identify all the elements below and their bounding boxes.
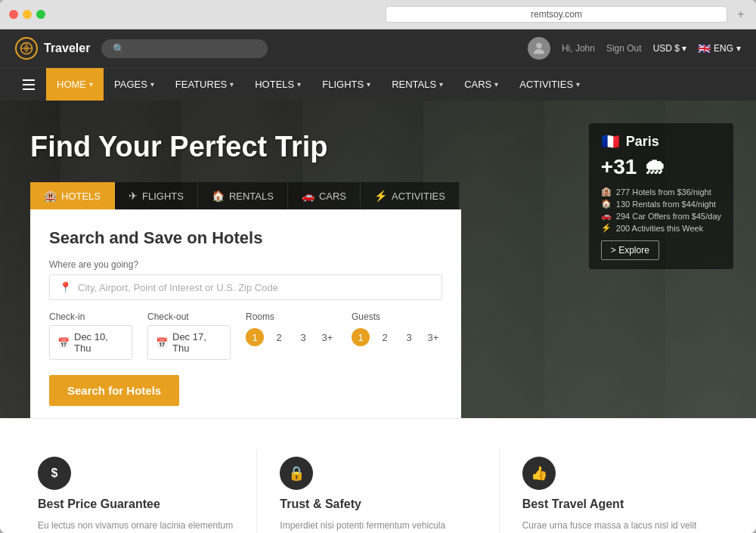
rooms-label: Rooms bbox=[246, 311, 336, 322]
rooms-btn-1[interactable]: 1 bbox=[246, 328, 264, 346]
nav-item-rentals[interactable]: RENTALS ▾ bbox=[381, 68, 454, 101]
new-tab-button[interactable]: + bbox=[735, 8, 747, 20]
tab-hotels[interactable]: 🏨 HOTELS bbox=[30, 182, 115, 209]
checkin-input[interactable]: 📅 Dec 10, Thu bbox=[49, 325, 132, 360]
nav-item-pages[interactable]: PAGES ▾ bbox=[104, 68, 165, 101]
calendar-icon: 📅 bbox=[57, 337, 70, 349]
tab-cars[interactable]: 🚗 CARS bbox=[288, 182, 361, 209]
dollar-icon: $ bbox=[51, 466, 58, 480]
activity-tab-icon: ⚡ bbox=[374, 190, 387, 202]
address-bar[interactable]: remtsoy.com bbox=[386, 6, 727, 23]
chevron-down-icon: ▾ bbox=[494, 80, 498, 88]
checkin-label: Check-in bbox=[49, 311, 132, 322]
checkin-group: Check-in 📅 Dec 10, Thu bbox=[49, 311, 132, 360]
rental-tab-icon: 🏠 bbox=[212, 190, 225, 202]
fullscreen-dot[interactable] bbox=[36, 10, 45, 19]
location-icon: 📍 bbox=[59, 281, 72, 293]
where-input-wrap[interactable]: 📍 bbox=[49, 274, 442, 300]
chevron-down-icon: ▾ bbox=[297, 80, 301, 88]
weather-temperature: +31 🌧 bbox=[601, 154, 721, 179]
rooms-btn-3plus[interactable]: 3+ bbox=[318, 328, 336, 346]
main-nav: HOME ▾ PAGES ▾ FEATURES ▾ HOTELS ▾ FLIGH… bbox=[0, 67, 756, 101]
nav-label-rentals: RENTALS bbox=[392, 79, 436, 90]
currency-selector[interactable]: USD $ ▾ bbox=[653, 43, 686, 54]
weather-widget: 🇫🇷 Paris +31 🌧 🏨 277 Hotels from $36/nig… bbox=[589, 123, 733, 269]
temp-value: +31 bbox=[601, 155, 637, 179]
thumbsup-icon: 👍 bbox=[531, 465, 547, 482]
stat-hotels-text: 277 Hotels from $36/night bbox=[616, 187, 711, 197]
explore-button[interactable]: > Explore bbox=[601, 240, 659, 260]
car-tab-icon: 🚗 bbox=[302, 190, 314, 202]
feature-trust: 🔒 Trust & Safety Imperdiet nisi potenti … bbox=[257, 449, 499, 533]
page-content: Traveler 🔍 Hi, John Sign Out USD $ ▾ bbox=[0, 29, 756, 533]
checkout-input[interactable]: 📅 Dec 17, Thu bbox=[147, 325, 231, 360]
tab-flights[interactable]: ✈ FLIGHTS bbox=[115, 182, 198, 209]
home-icon: 🏠 bbox=[601, 199, 612, 209]
lock-icon: 🔒 bbox=[288, 465, 305, 482]
hotel-icon: 🏨 bbox=[601, 187, 612, 197]
nav-item-home[interactable]: HOME ▾ bbox=[46, 68, 104, 101]
tab-activities-label: ACTIVITIES bbox=[392, 191, 445, 202]
rooms-btn-2[interactable]: 2 bbox=[270, 328, 288, 346]
nav-label-features: FEATURES bbox=[175, 79, 227, 90]
nav-label-activities: ACTIVITIES bbox=[519, 79, 573, 90]
hamburger-icon bbox=[23, 79, 35, 90]
nav-item-features[interactable]: FEATURES ▾ bbox=[165, 68, 244, 101]
weather-city: 🇫🇷 Paris bbox=[601, 132, 721, 150]
tab-rentals[interactable]: 🏠 RENTALS bbox=[198, 182, 288, 209]
nav-label-cars: CARS bbox=[464, 79, 491, 90]
chevron-down-icon: ▾ bbox=[230, 80, 234, 88]
lang-arrow: ▾ bbox=[736, 43, 741, 54]
tab-rentals-label: RENTALS bbox=[229, 191, 274, 202]
search-box: Search and Save on Hotels Where are you … bbox=[30, 209, 461, 418]
stat-rentals-text: 130 Rentals from $44/night bbox=[616, 200, 716, 209]
user-info: Hi, John bbox=[562, 43, 595, 54]
chevron-down-icon: ▾ bbox=[89, 80, 93, 88]
browser-dots bbox=[9, 10, 45, 19]
where-input[interactable] bbox=[78, 282, 432, 293]
stat-cars-text: 294 Car Offers from $45/day bbox=[616, 212, 721, 221]
sign-out-link[interactable]: Sign Out bbox=[606, 43, 642, 54]
nav-item-flights[interactable]: FLIGHTS ▾ bbox=[311, 68, 381, 101]
minimize-dot[interactable] bbox=[23, 10, 32, 19]
user-avatar bbox=[528, 37, 550, 60]
car-icon: 🚗 bbox=[601, 211, 612, 221]
nav-item-hotels[interactable]: HOTELS ▾ bbox=[244, 68, 311, 101]
nav-item-activities[interactable]: ACTIVITIES ▾ bbox=[509, 68, 590, 101]
tab-activities[interactable]: ⚡ ACTIVITIES bbox=[361, 182, 460, 209]
checkout-label: Check-out bbox=[147, 311, 231, 322]
nav-label-flights: FLIGHTS bbox=[322, 79, 364, 90]
hamburger-menu[interactable] bbox=[15, 68, 42, 101]
search-box-title: Search and Save on Hotels bbox=[49, 228, 442, 248]
chevron-down-icon: ▾ bbox=[150, 80, 154, 88]
tab-cars-label: CARS bbox=[319, 191, 346, 202]
language-selector[interactable]: 🇬🇧 ENG ▾ bbox=[698, 42, 741, 54]
chevron-down-icon: ▾ bbox=[576, 80, 580, 88]
close-dot[interactable] bbox=[9, 10, 18, 19]
agent-desc: Curae urna fusce massa a lacus nisl id v… bbox=[522, 519, 718, 533]
svg-point-2 bbox=[536, 43, 541, 48]
weather-icon: 🌧 bbox=[644, 154, 665, 179]
stat-activities-text: 200 Activities this Week bbox=[616, 224, 703, 233]
rooms-btn-3[interactable]: 3 bbox=[294, 328, 312, 346]
stat-rentals: 🏠 130 Rentals from $44/night bbox=[601, 199, 721, 209]
currency-arrow: ▾ bbox=[682, 43, 686, 54]
rooms-selector: 1 2 3 3+ bbox=[246, 325, 336, 346]
search-input[interactable] bbox=[131, 43, 252, 54]
guests-btn-3[interactable]: 3 bbox=[400, 328, 418, 346]
trust-icon-wrap: 🔒 bbox=[280, 457, 313, 490]
guests-btn-1[interactable]: 1 bbox=[352, 328, 370, 346]
nav-item-cars[interactable]: CARS ▾ bbox=[454, 68, 509, 101]
logo[interactable]: Traveler bbox=[15, 37, 90, 60]
search-hotels-button[interactable]: Search for Hotels bbox=[49, 375, 179, 406]
nav-label-hotels: HOTELS bbox=[255, 79, 294, 90]
hero-section: 🇫🇷 Paris +31 🌧 🏨 277 Hotels from $36/nig… bbox=[0, 101, 756, 418]
where-label: Where are you going? bbox=[49, 259, 442, 270]
guests-btn-2[interactable]: 2 bbox=[376, 328, 394, 346]
guests-btn-3plus[interactable]: 3+ bbox=[424, 328, 442, 346]
flag-icon: 🇫🇷 bbox=[601, 132, 620, 150]
nav-label-pages: PAGES bbox=[114, 79, 147, 90]
checkout-group: Check-out 📅 Dec 17, Thu bbox=[147, 311, 231, 360]
top-search[interactable]: 🔍 bbox=[101, 39, 268, 58]
rooms-group: Rooms 1 2 3 3+ bbox=[246, 311, 336, 346]
